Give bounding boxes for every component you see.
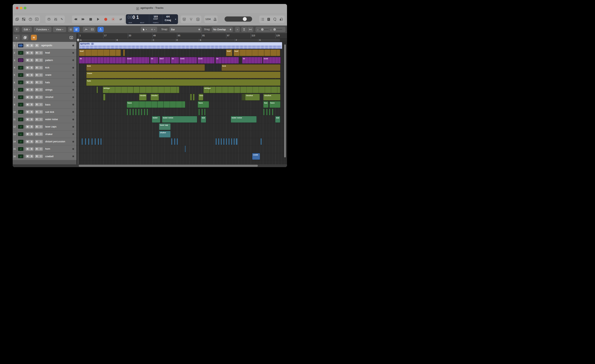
loop-browser-icon[interactable] [273, 18, 276, 21]
region-rims[interactable]: rims [198, 94, 203, 100]
mixer-icon[interactable] [54, 18, 57, 21]
region-rimsho[interactable]: rimsho [150, 94, 159, 100]
snap-select[interactable]: Bar [170, 27, 202, 32]
track-name[interactable]: rimshot [45, 96, 72, 99]
track-row-sub-kick[interactable]: 10♫MSRIsub kick [13, 108, 77, 116]
bar-ruler[interactable]: 1173349658197113129 [77, 33, 287, 38]
region-distant-percussion[interactable] [218, 138, 220, 145]
count-in-button[interactable]: 1234 [205, 18, 211, 21]
mute-button[interactable]: M [26, 103, 29, 106]
input-monitor-button[interactable]: I [39, 88, 43, 91]
region-snare[interactable]: snare [86, 71, 280, 78]
track-row-snare[interactable]: 5♫MSRIsnare [13, 71, 77, 79]
record-enable-button[interactable]: R [35, 147, 39, 151]
mute-button[interactable]: M [26, 44, 29, 47]
record-enable-button[interactable]: R [35, 88, 39, 91]
region-distant-percussion[interactable] [171, 138, 172, 145]
region-00[interactable]: 00 [150, 57, 158, 64]
solo-button[interactable]: S [29, 140, 34, 143]
mute-button[interactable]: M [26, 58, 29, 62]
track-row-cowbell[interactable]: 16♫MSRIcowbell [13, 153, 77, 160]
region-rimshot[interactable]: rimshot [263, 94, 280, 100]
track-name[interactable]: kick [45, 66, 72, 69]
horizontal-zoom-slider[interactable] [273, 29, 282, 30]
mute-button[interactable]: M [26, 66, 29, 69]
region-distant-percussion[interactable] [85, 138, 86, 145]
tuner-icon[interactable] [47, 17, 51, 21]
region-sub-kick[interactable] [269, 109, 270, 115]
inspector-toggles-icon[interactable] [22, 18, 26, 21]
region-lead[interactable] [123, 49, 125, 56]
region-sub-kick[interactable] [201, 109, 203, 115]
region-distant-percussion[interactable] [100, 138, 102, 145]
solo-button[interactable]: S [29, 155, 34, 158]
region-rimshot[interactable] [190, 94, 192, 100]
region-sub-kick[interactable] [129, 109, 131, 115]
input-monitor-button[interactable]: I [39, 140, 43, 143]
functions-menu[interactable]: Functions▾ [34, 27, 51, 32]
input-monitor-button[interactable]: I [39, 73, 43, 77]
track-name[interactable]: strings [45, 88, 72, 91]
track-name[interactable]: ageispolis [41, 44, 72, 47]
vertical-auto-zoom-button[interactable] [241, 27, 247, 32]
solo-button[interactable]: S [29, 81, 34, 84]
marker-C[interactable]: C [151, 39, 175, 42]
region-distant-percussion[interactable] [91, 138, 93, 145]
record-enable-button[interactable]: R [35, 73, 39, 77]
region-sub-kick[interactable] [266, 109, 268, 115]
input-monitor-button[interactable]: I [39, 125, 43, 128]
region-distant-percussion[interactable] [174, 138, 175, 145]
track-name[interactable]: hats [45, 81, 72, 84]
mute-button[interactable]: M [26, 118, 29, 121]
mute-button[interactable]: M [26, 132, 29, 136]
record-enable-button[interactable]: R [35, 140, 39, 143]
region-wat[interactable]: wat [201, 116, 206, 123]
region-rimshot[interactable] [243, 94, 244, 100]
track-row-strings[interactable]: 7♫MSRIstrings [13, 86, 77, 93]
track-name[interactable]: water noise [45, 118, 72, 121]
input-monitor-button[interactable]: I [39, 147, 43, 151]
lcd-chevron-icon[interactable]: ▾ [173, 14, 178, 24]
region-rimsho[interactable]: rimsho [139, 94, 147, 100]
duplicate-track-button[interactable] [22, 35, 28, 40]
region-bas[interactable]: bas [263, 101, 269, 108]
track-row-rimshot[interactable]: 8♫MSRIrimshot [13, 93, 77, 101]
solo-button[interactable]: S [29, 96, 34, 99]
input-monitor-button[interactable]: I [39, 103, 43, 106]
input-monitor-button[interactable]: I [39, 58, 43, 62]
edit-menu[interactable]: Edit▾ [22, 27, 32, 32]
mute-button[interactable]: M [26, 88, 29, 91]
track-name[interactable]: cowbell [45, 155, 72, 158]
region-bass[interactable]: bass [127, 101, 185, 108]
region-distant-percussion[interactable] [231, 138, 232, 145]
mute-button[interactable]: M [26, 110, 29, 114]
input-monitor-button[interactable]: I [39, 51, 43, 55]
region-rimshot[interactable]: rimshot [245, 94, 260, 100]
region-sub-kick[interactable] [127, 109, 128, 115]
secondary-tool-menu[interactable]: ▾ [149, 27, 157, 32]
play-button[interactable] [95, 18, 101, 21]
solo-button[interactable]: S [29, 103, 34, 106]
track-name[interactable]: laser zaps [45, 125, 72, 128]
region-wat[interactable]: wat [275, 116, 280, 123]
collapse-panel-button[interactable] [68, 35, 74, 40]
region-bass[interactable]: bass [198, 101, 209, 108]
region-sub-kick[interactable] [204, 109, 205, 115]
region-00[interactable]: 00 [171, 57, 179, 64]
input-monitor-button[interactable]: I [39, 81, 43, 84]
track-name[interactable]: pattern [45, 59, 72, 62]
solo-button[interactable]: S [29, 118, 34, 121]
tracks-view-button[interactable] [74, 27, 79, 32]
solo-button[interactable]: S [29, 125, 34, 128]
region-rimshot[interactable] [193, 94, 195, 100]
pointer-tool-menu[interactable]: ▾ [141, 27, 149, 32]
pencil-icon[interactable]: ✎ [61, 17, 63, 21]
region-distant-percussion[interactable] [228, 138, 230, 145]
record-enable-button[interactable]: R [35, 110, 39, 114]
region-lead[interactable]: lead [234, 49, 280, 56]
solo-button[interactable]: S [29, 147, 34, 151]
record-enable-button[interactable]: R [35, 66, 39, 69]
record-enable-button[interactable]: R [35, 125, 39, 128]
region-sub-kick[interactable] [144, 109, 145, 115]
record-enable-button[interactable]: R [35, 58, 39, 62]
